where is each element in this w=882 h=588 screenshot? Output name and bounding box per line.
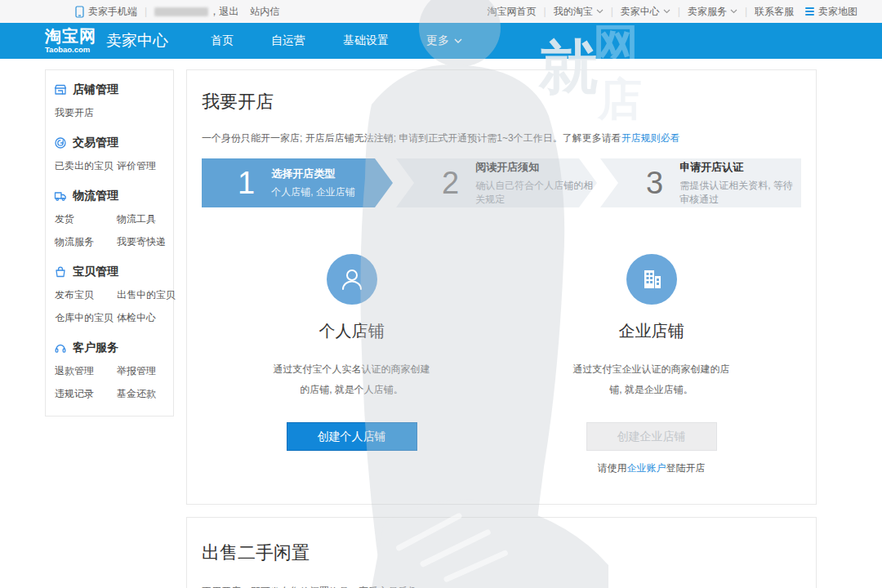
shop-type-cards: 个人店铺 通过支付宝个人实名认证的商家创建 的店铺, 就是个人店铺。 创建个人店… — [202, 254, 801, 475]
seller-center-menu[interactable]: 卖家中心 — [621, 5, 670, 19]
description-text: 一个身份只能开一家店; 开店后店铺无法注销; 申请到正式开通预计需1~3个工作日… — [202, 132, 621, 144]
sidebar-item-refund-management[interactable]: 退款管理 — [55, 364, 117, 378]
sidebar-item-fund-repayment[interactable]: 基金还款 — [117, 387, 167, 401]
divider: | — [745, 6, 747, 17]
step-apply-certification: 3 申请开店认证 需提供认证相关资料, 等待审核通过 — [600, 158, 801, 207]
note-prefix: 请使用 — [598, 462, 627, 474]
sidebar-group-title: 交易管理 — [73, 136, 118, 150]
create-enterprise-shop-button[interactable]: 创建企业店铺 — [586, 422, 717, 451]
sidebar-item-ship[interactable]: 发货 — [55, 212, 117, 226]
sidebar-item-logistics-services[interactable]: 物流服务 — [55, 235, 117, 249]
step-title: 选择开店类型 — [271, 167, 355, 181]
sidebar-group-customer-service: 客户服务 退款管理 举报管理 违规记录 基金还款 — [54, 341, 167, 401]
sidebar-group-title: 店铺管理 — [73, 82, 118, 97]
sidebar-group-title: 宝贝管理 — [73, 265, 118, 279]
open-shop-panel: 我要开店 一个身份只能开一家店; 开店后店铺无法注销; 申请到正式开通预计需1~… — [186, 69, 817, 505]
seller-center-label: 卖家中心 — [621, 5, 660, 19]
shop-icon — [54, 83, 67, 96]
username-redacted — [154, 7, 208, 16]
desc-line: 通过支付宝企业认证的商家创建的店 — [573, 359, 730, 380]
sidebar-group-items: 宝贝管理 发布宝贝 出售中的宝贝 仓库中的宝贝 体检中心 — [54, 265, 167, 325]
second-hand-title: 出售二手闲置 — [202, 541, 801, 565]
sidebar-group-title: 客户服务 — [73, 341, 118, 355]
sidebar-item-logistics-tools[interactable]: 物流工具 — [117, 212, 167, 226]
desc-line: 通过支付宝个人实名认证的商家创建 — [274, 359, 430, 380]
seller-mobile-link[interactable]: 卖家手机端 — [75, 5, 137, 19]
nav-basic-settings[interactable]: 基础设置 — [343, 33, 389, 48]
sidebar-item-items-in-stock[interactable]: 仓库中的宝贝 — [55, 311, 117, 325]
desc-line: 铺, 就是企业店铺。 — [573, 380, 730, 400]
nav-self-operation[interactable]: 自运营 — [271, 33, 305, 48]
personal-shop-description: 通过支付宝个人实名认证的商家创建 的店铺, 就是个人店铺。 — [274, 359, 430, 400]
nav-more-menu[interactable]: 更多 — [426, 33, 462, 48]
page-title: 我要开店 — [202, 90, 801, 114]
my-taobao-menu[interactable]: 我的淘宝 — [554, 5, 604, 19]
enterprise-shop-description: 通过支付宝企业认证的商家创建的店 铺, 就是企业店铺。 — [573, 359, 730, 400]
divider: | — [611, 6, 613, 17]
step-number: 3 — [646, 167, 663, 198]
divider: | — [145, 6, 147, 17]
sidebar-group-trade: 交易管理 已卖出的宝贝 评价管理 — [54, 136, 167, 173]
step-title: 阅读开店须知 — [475, 160, 597, 175]
seller-map-link[interactable]: 卖家地图 — [818, 5, 858, 19]
seller-services-menu[interactable]: 卖家服务 — [688, 5, 737, 19]
sidebar-item-report-management[interactable]: 举报管理 — [117, 364, 167, 378]
chevron-down-icon — [730, 9, 737, 14]
seller-center-page: 卖家手机端 | ， 退出 站内信 淘宝网首页 | 我的淘宝 | 卖家中心 | 卖… — [0, 0, 882, 588]
shop-rules-link[interactable]: 开店规则必看 — [621, 132, 680, 144]
enterprise-account-link[interactable]: 企业账户 — [627, 462, 666, 474]
site-messages-link[interactable]: 站内信 — [250, 5, 279, 19]
personal-shop-card: 个人店铺 通过支付宝个人实名认证的商家创建 的店铺, 就是个人店铺。 创建个人店… — [213, 254, 491, 475]
page-description: 一个身份只能开一家店; 开店后店铺无法注销; 申请到正式开通预计需1~3个工作日… — [202, 131, 801, 145]
second-hand-description: 不用开店，即可发布您的闲置物品，享受交易乐趣。 — [202, 585, 801, 588]
building-icon — [626, 254, 677, 305]
logout-link[interactable]: 退出 — [219, 5, 238, 19]
step-subtitle: 个人店铺, 企业店铺 — [271, 185, 355, 199]
truck-icon — [54, 189, 67, 203]
step-subtitle: 需提供认证相关资料, 等待审核通过 — [679, 179, 801, 207]
sidebar-item-sold-items[interactable]: 已卖出的宝贝 — [55, 159, 117, 173]
seller-mobile-label: 卖家手机端 — [88, 5, 137, 19]
sidebar-group-title: 物流管理 — [73, 189, 118, 203]
person-icon — [327, 254, 377, 305]
sidebar-item-send-express[interactable]: 我要寄快递 — [117, 235, 167, 249]
seller-services-label: 卖家服务 — [688, 5, 727, 19]
contact-support-link[interactable]: 联系客服 — [755, 5, 794, 19]
second-hand-panel: 出售二手闲置 不用开店，即可发布您的闲置物品，享受交易乐趣。 — [186, 517, 817, 588]
taobao-home-link[interactable]: 淘宝网首页 — [488, 5, 537, 19]
open-shop-steps: 1 选择开店类型 个人店铺, 企业店铺 2 阅读开店须知 确认自己符合个人店铺的… — [202, 158, 801, 207]
desc-line: 的店铺, 就是个人店铺。 — [274, 380, 430, 400]
chevron-down-icon — [596, 9, 604, 14]
taobao-logo-en: Taobao.com — [45, 46, 96, 54]
sidebar-item-review-management[interactable]: 评价管理 — [117, 159, 167, 173]
sidebar-item-publish-item[interactable]: 发布宝贝 — [55, 288, 117, 302]
step-number: 1 — [238, 167, 255, 198]
personal-shop-title: 个人店铺 — [319, 320, 385, 342]
phone-icon — [75, 6, 84, 18]
step-title: 申请开店认证 — [679, 160, 801, 175]
step-read-notice: 2 阅读开店须知 确认自己符合个人店铺的相关规定 — [396, 158, 597, 207]
headset-icon — [54, 341, 67, 354]
note-suffix: 登陆开店 — [666, 462, 706, 474]
enterprise-login-note: 请使用企业账户登陆开店 — [598, 461, 706, 475]
main-navbar: 淘宝网 Taobao.com 卖家中心 首页 自运营 基础设置 更多 — [0, 23, 882, 59]
step-subtitle: 确认自己符合个人店铺的相关规定 — [475, 179, 597, 207]
create-personal-shop-button[interactable]: 创建个人店铺 — [287, 422, 417, 451]
divider: | — [678, 6, 680, 17]
seller-center-title: 卖家中心 — [106, 30, 168, 51]
sidebar-item-items-on-sale[interactable]: 出售中的宝贝 — [117, 288, 176, 302]
divider: | — [544, 6, 546, 17]
taobao-logo-cn: 淘宝网 — [45, 28, 96, 44]
sidebar-item-violation-records[interactable]: 违规记录 — [55, 387, 117, 401]
top-utility-bar: 卖家手机端 | ， 退出 站内信 淘宝网首页 | 我的淘宝 | 卖家中心 | 卖… — [0, 0, 882, 23]
sidebar-group-logistics: 物流管理 发货 物流工具 物流服务 我要寄快递 — [54, 189, 167, 249]
sidebar-group-shop: 店铺管理 我要开店 — [54, 82, 167, 120]
sidebar-item-open-shop[interactable]: 我要开店 — [55, 106, 117, 120]
sidebar-item-health-check-center[interactable]: 体检中心 — [117, 311, 176, 325]
enterprise-shop-card: 企业店铺 通过支付宝企业认证的商家创建的店 铺, 就是企业店铺。 创建企业店铺 … — [513, 254, 791, 475]
taobao-logo[interactable]: 淘宝网 Taobao.com — [45, 28, 96, 54]
nav-more-label: 更多 — [426, 33, 449, 48]
my-taobao-label: 我的淘宝 — [554, 5, 593, 19]
step-number: 2 — [442, 167, 459, 198]
nav-home[interactable]: 首页 — [211, 33, 234, 48]
